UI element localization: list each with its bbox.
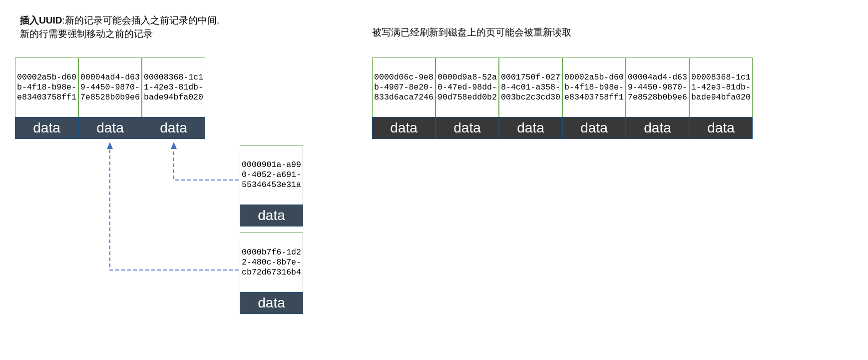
data-label: data (142, 117, 205, 139)
uuid-text: 0000901a-a990-4052-a691-55346453e31a (240, 145, 303, 205)
uuid-cell: 00004ad4-d639-4450-9870-7e8528b0b9e6 dat… (626, 58, 689, 139)
uuid-cell: 0001750f-0278-4c01-a358-003bc2c3cd30 dat… (499, 58, 562, 139)
uuid-text: 0001750f-0278-4c01-a358-003bc2c3cd30 (499, 58, 562, 118)
uuid-text: 0000b7f6-1d22-480c-8b7e-cb72d67316b4 (240, 232, 303, 292)
uuid-cell: 00002a5b-d60b-4f18-b98e-e83403758ff1 dat… (562, 58, 626, 139)
arrow-insert2 (110, 143, 239, 270)
data-label: data (240, 292, 303, 314)
right-caption: 被写满已经刷新到磁盘上的页可能会被重新读取 (372, 26, 571, 40)
data-label: data (435, 117, 499, 139)
right-uuid-row: 0000d06c-9e8b-4907-8e20-833d6aca7246 dat… (372, 58, 753, 139)
data-label: data (499, 117, 562, 139)
uuid-cell: 00008368-1c11-42e3-81db-bade94bfa020 dat… (142, 58, 205, 139)
insert-cell-2: 0000b7f6-1d22-480c-8b7e-cb72d67316b4 dat… (240, 232, 303, 314)
left-caption: 插入UUID:新的记录可能会插入之前记录的中间, 新的行需要强制移动之前的记录 (20, 14, 230, 40)
left-uuid-row: 00002a5b-d60b-4f18-b98e-e83403758ff1 dat… (15, 58, 205, 139)
data-label: data (372, 117, 435, 139)
data-label: data (240, 204, 303, 226)
uuid-cell: 00002a5b-d60b-4f18-b98e-e83403758ff1 dat… (15, 58, 78, 139)
uuid-text: 00004ad4-d639-4450-9870-7e8528b0b9e6 (78, 58, 142, 118)
uuid-text: 00004ad4-d639-4450-9870-7e8528b0b9e6 (626, 58, 689, 118)
uuid-cell: 0000d06c-9e8b-4907-8e20-833d6aca7246 dat… (372, 58, 435, 139)
uuid-text: 00002a5b-d60b-4f18-b98e-e83403758ff1 (562, 58, 626, 118)
insertion-arrows (0, 0, 868, 360)
uuid-cell: 00008368-1c11-42e3-81db-bade94bfa020 dat… (689, 58, 753, 139)
data-label: data (689, 117, 753, 139)
uuid-text: 00002a5b-d60b-4f18-b98e-e83403758ff1 (15, 58, 78, 118)
data-label: data (562, 117, 626, 139)
left-caption-bold: 插入UUID (20, 15, 62, 26)
data-label: data (626, 117, 689, 139)
uuid-text: 00008368-1c11-42e3-81db-bade94bfa020 (689, 58, 753, 118)
uuid-cell: 00004ad4-d639-4450-9870-7e8528b0b9e6 dat… (78, 58, 142, 139)
uuid-text: 0000d9a8-52a0-47ed-98dd-90d758edd0b2 (435, 58, 499, 118)
uuid-text: 00008368-1c11-42e3-81db-bade94bfa020 (142, 58, 205, 118)
data-label: data (78, 117, 142, 139)
uuid-cell: 0000d9a8-52a0-47ed-98dd-90d758edd0b2 dat… (435, 58, 499, 139)
data-label: data (15, 117, 78, 139)
uuid-text: 0000d06c-9e8b-4907-8e20-833d6aca7246 (372, 58, 435, 118)
arrow-insert1 (174, 143, 239, 180)
insert-cell-1: 0000901a-a990-4052-a691-55346453e31a dat… (240, 145, 303, 226)
